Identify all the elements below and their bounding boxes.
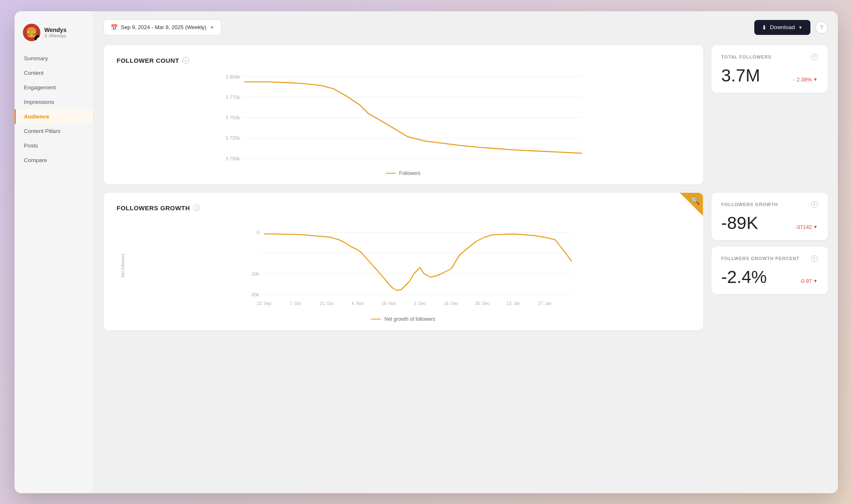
svg-text:Nov '24: Nov '24 xyxy=(338,163,355,164)
date-range-picker[interactable]: 📅 Sep 9, 2024 - Mar 8, 2025 (Weekly) ▼ xyxy=(104,20,222,35)
date-range-label: Sep 9, 2024 - Mar 8, 2025 (Weekly) xyxy=(121,24,207,30)
header-right: ⬇ Download ▼ ? xyxy=(754,20,828,35)
x-badge: ✕ xyxy=(35,35,40,41)
download-icon: ⬇ xyxy=(762,24,767,31)
followers-growth-percent-change: -0.97 ▼ xyxy=(800,278,818,284)
sidebar-item-compare[interactable]: Compare xyxy=(15,153,93,167)
svg-text:Oct '24: Oct '24 xyxy=(282,163,298,164)
help-button[interactable]: ? xyxy=(815,21,828,34)
sidebar-item-audience[interactable]: Audience xyxy=(15,109,93,124)
legend-label: Followers xyxy=(399,170,420,176)
followers-growth-stat-title-row: FOLLOWERS GROWTH i xyxy=(721,201,818,208)
svg-text:7. Oct: 7. Oct xyxy=(289,301,301,306)
svg-text:30. Dec: 30. Dec xyxy=(475,301,489,306)
svg-text:3 725k: 3 725k xyxy=(225,135,240,140)
svg-text:Feb '25: Feb '25 xyxy=(509,163,524,164)
total-followers-title-row: TOTAL FOLLOWERS i xyxy=(721,54,818,60)
followers-growth-percent-value-row: -2.4% -0.97 ▼ xyxy=(721,268,818,286)
legend-line-icon xyxy=(386,173,396,174)
followers-growth-change: -37142 ▼ xyxy=(795,224,817,230)
follower-count-info-icon[interactable]: i xyxy=(183,57,189,64)
total-followers-value: 3.7M xyxy=(721,67,760,84)
sidebar-item-content-pillars[interactable]: Content Pillars xyxy=(15,124,93,138)
total-followers-change: - 2.38% ▼ xyxy=(793,76,818,83)
row-follower-count: FOLLOWER COUNT i 3 800k 3 775k 3 750k 3 … xyxy=(104,45,828,184)
total-followers-info-icon[interactable]: i xyxy=(811,54,818,60)
zoom-icon: 🔍 xyxy=(691,196,700,205)
second-stats-panel: FOLLOWERS GROWTH i -89K -37142 ▼ FOLLWER… xyxy=(711,193,828,294)
followers-growth-title: FOLLOWERS GROWTH xyxy=(117,204,190,211)
follower-count-chart: 3 800k 3 775k 3 750k 3 725k 3 700k Oct '… xyxy=(117,72,690,164)
profile-section: 🍔 ✕ Wendys X /Wendys xyxy=(15,20,93,51)
followers-growth-percent-card: FOLLWERS GROWTH PERCENT i -2.4% -0.97 ▼ xyxy=(711,247,828,294)
main-content: 📅 Sep 9, 2024 - Mar 8, 2025 (Weekly) ▼ ⬇… xyxy=(94,11,838,493)
row-followers-growth: 🔍 FOLLOWERS GROWTH i Net followers xyxy=(104,193,828,330)
followers-growth-value-row: -89K -37142 ▼ xyxy=(721,214,818,232)
sidebar-item-content[interactable]: Content xyxy=(15,66,93,80)
svg-text:-10k: -10k xyxy=(250,271,259,276)
svg-text:3 700k: 3 700k xyxy=(225,156,240,161)
svg-text:23. Sep: 23. Sep xyxy=(257,301,271,306)
svg-text:21. Oct: 21. Oct xyxy=(319,301,333,306)
svg-text:Dec '24: Dec '24 xyxy=(395,163,411,164)
followers-growth-title-row: FOLLOWERS GROWTH i xyxy=(117,204,690,211)
svg-text:3 800k: 3 800k xyxy=(225,74,240,79)
followers-growth-percent-value: -2.4% xyxy=(721,268,767,286)
down-arrow-icon: ▼ xyxy=(813,77,818,82)
followers-growth-stat-info-icon[interactable]: i xyxy=(811,201,818,208)
sidebar: 🍔 ✕ Wendys X /Wendys Summary Content Eng… xyxy=(15,11,94,493)
sidebar-item-impressions[interactable]: Impressions xyxy=(15,95,93,109)
legend-growth-label: Net growth of followers xyxy=(384,316,435,322)
svg-text:13. Jan: 13. Jan xyxy=(506,301,520,306)
follower-count-title: FOLLOWER COUNT xyxy=(117,57,179,64)
avatar: 🍔 ✕ xyxy=(23,24,40,41)
svg-text:27. Jan: 27. Jan xyxy=(538,301,551,306)
followers-growth-value: -89K xyxy=(721,214,758,232)
svg-text:-20k: -20k xyxy=(250,292,259,297)
total-followers-title: TOTAL FOLLOWERS xyxy=(721,54,772,59)
profile-info: Wendys X /Wendys xyxy=(44,27,67,38)
profile-name: Wendys xyxy=(44,27,67,33)
followers-growth-stat-title: FOLLOWERS GROWTH xyxy=(721,202,778,207)
calendar-icon: 📅 xyxy=(111,24,118,31)
svg-text:16. Dec: 16. Dec xyxy=(444,301,458,306)
followers-growth-legend: Net growth of followers xyxy=(117,316,690,322)
followers-growth-stat-card: FOLLOWERS GROWTH i -89K -37142 ▼ xyxy=(711,193,828,240)
follower-count-legend: Followers xyxy=(117,170,690,176)
profile-handle: X /Wendys xyxy=(44,33,67,38)
legend-growth-line-icon xyxy=(371,319,381,320)
follower-count-card: FOLLOWER COUNT i 3 800k 3 775k 3 750k 3 … xyxy=(104,45,703,184)
followers-growth-card: 🔍 FOLLOWERS GROWTH i Net followers xyxy=(104,193,703,330)
svg-text:3 750k: 3 750k xyxy=(225,115,240,120)
sidebar-nav: Summary Content Engagement Impressions A… xyxy=(15,51,93,167)
download-label: Download xyxy=(770,24,795,30)
sidebar-item-summary[interactable]: Summary xyxy=(15,51,93,66)
sidebar-item-posts[interactable]: Posts xyxy=(15,138,93,153)
followers-growth-chart: 0 -10k -20k 23. Sep 7. Oct 21. Oct 4. No… xyxy=(129,220,690,311)
growth-down-arrow-icon: ▼ xyxy=(813,224,818,229)
svg-text:4. Nov: 4. Nov xyxy=(351,301,363,306)
y-axis-label: Net followers xyxy=(121,253,125,278)
header-bar: 📅 Sep 9, 2024 - Mar 8, 2025 (Weekly) ▼ ⬇… xyxy=(104,20,828,35)
followers-growth-percent-info-icon[interactable]: i xyxy=(811,255,818,262)
percent-change-value: -0.97 xyxy=(800,278,812,284)
change-value: - 2.38% xyxy=(793,76,812,83)
followers-growth-percent-title-row: FOLLWERS GROWTH PERCENT i xyxy=(721,255,818,262)
growth-change-value: -37142 xyxy=(795,224,812,230)
dropdown-arrow-icon: ▼ xyxy=(798,25,803,30)
sidebar-item-engagement[interactable]: Engagement xyxy=(15,80,93,95)
svg-text:18. Nov: 18. Nov xyxy=(381,301,395,306)
followers-growth-percent-title: FOLLWERS GROWTH PERCENT xyxy=(721,256,800,261)
help-icon: ? xyxy=(820,24,823,30)
follower-count-title-row: FOLLOWER COUNT i xyxy=(117,57,690,64)
svg-text:3 775k: 3 775k xyxy=(225,94,240,99)
stats-panel-followers: TOTAL FOLLOWERS i 3.7M - 2.38% ▼ xyxy=(711,45,828,93)
download-button[interactable]: ⬇ Download ▼ xyxy=(754,20,810,35)
svg-text:Mar '25: Mar '25 xyxy=(561,163,577,164)
followers-growth-info-icon[interactable]: i xyxy=(193,204,200,211)
chevron-down-icon: ▼ xyxy=(210,25,214,30)
svg-text:0: 0 xyxy=(256,230,259,235)
percent-down-arrow-icon: ▼ xyxy=(813,278,818,283)
total-followers-card: TOTAL FOLLOWERS i 3.7M - 2.38% ▼ xyxy=(711,45,828,93)
svg-text:Jan '25: Jan '25 xyxy=(452,163,467,164)
